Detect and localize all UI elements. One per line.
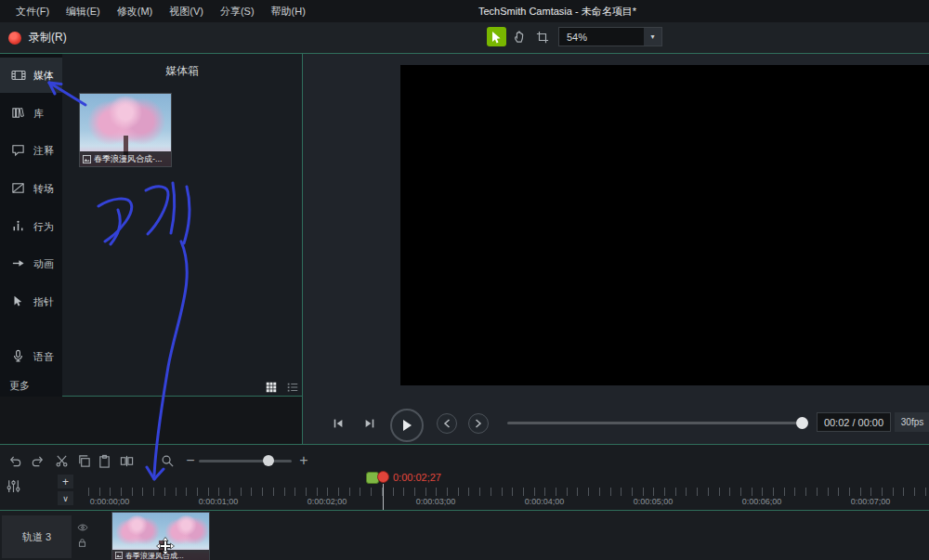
menu-edit[interactable]: 编辑(E) [58, 0, 109, 22]
jump-forward-button[interactable] [468, 413, 489, 434]
record-icon [8, 32, 21, 45]
record-button[interactable]: 录制(R) [8, 30, 67, 46]
ruler-label: 0:00:06;00 [720, 497, 804, 506]
sidebar-item-behaviors[interactable]: 行为 [0, 209, 62, 244]
track-options-icon[interactable] [6, 478, 22, 495]
timeline-clip[interactable]: 春季浪漫风合成... [111, 512, 210, 560]
media-item-name: 春季浪漫风合成-... [94, 153, 163, 165]
list-view-button[interactable] [284, 379, 301, 396]
preview-canvas[interactable] [400, 65, 929, 385]
jump-back-button[interactable] [437, 413, 457, 434]
track-row: 轨道 3 春季浪漫风合成... [0, 510, 929, 560]
track-header[interactable]: 轨道 3 [2, 515, 72, 558]
menu-view[interactable]: 视图(V) [161, 0, 212, 22]
crop-tool-button[interactable] [532, 27, 552, 46]
zoom-value: 54% [559, 32, 644, 43]
playhead-time: 0:00:02;27 [393, 472, 441, 483]
cursor-tool-button[interactable] [487, 27, 506, 46]
zoom-dropdown[interactable]: 54% ▾ [558, 27, 662, 46]
ruler-label: 0:00:02;00 [285, 497, 369, 506]
cut-button[interactable] [52, 451, 71, 470]
copy-button[interactable] [74, 451, 93, 470]
hand-icon [513, 30, 527, 44]
add-track-button[interactable]: + [58, 475, 73, 488]
window-title: TechSmith Camtasia - 未命名项目* [478, 0, 636, 22]
microphone-icon [11, 349, 26, 364]
play-button[interactable] [390, 409, 424, 442]
filmstrip-icon [11, 68, 26, 83]
menu-share[interactable]: 分享(S) [212, 0, 263, 22]
panel-footer-strip [0, 397, 302, 444]
menu-file[interactable]: 文件(F) [7, 0, 58, 22]
ruler-label: 0:00:03;00 [394, 497, 478, 506]
timeline-zoom-thumb[interactable] [263, 455, 274, 466]
zoom-in-button[interactable]: + [297, 451, 310, 470]
chevron-down-icon[interactable]: ▾ [644, 28, 661, 46]
sidebar-item-voice[interactable]: 语音 [0, 339, 62, 374]
track-label: 轨道 3 [22, 530, 51, 544]
media-item-label-bar: 春季浪漫风合成-... [80, 151, 171, 166]
redo-button[interactable] [28, 451, 46, 470]
menubar: 文件(F) 编辑(E) 修改(M) 视图(V) 分享(S) 帮助(H) Tech… [0, 0, 929, 22]
time-display: 00:02 / 00:00 [817, 412, 891, 432]
library-icon [11, 106, 26, 121]
pointer-icon [11, 294, 26, 309]
sidebar: 媒体 库 注释 转场 行为 [0, 54, 62, 397]
ruler-label: 0:00:01;00 [177, 497, 260, 506]
sidebar-item-label: 指针 [33, 295, 54, 309]
timeline-zoom-icon[interactable] [158, 451, 177, 470]
clip-name: 春季浪漫风合成... [125, 551, 184, 560]
ruler-label: 0:00:05;00 [611, 497, 695, 506]
sidebar-item-cursor-effects[interactable]: 指针 [0, 284, 62, 319]
playback-slider[interactable] [507, 422, 805, 424]
ruler-label: 0:00:04;00 [503, 497, 586, 506]
sidebar-item-label: 媒体 [33, 69, 54, 83]
sidebar-item-label: 动画 [33, 257, 54, 271]
sidebar-more[interactable]: 更多 [9, 379, 30, 393]
undo-button[interactable] [6, 451, 24, 470]
split-button[interactable] [117, 451, 136, 470]
timeline-panel: − + + ∨ 0:00:00;00 0:00:01;00 0:00:02;00… [0, 444, 929, 560]
timeline-zoom-slider[interactable] [199, 460, 292, 462]
lock-icon[interactable] [77, 538, 88, 549]
sidebar-item-label: 库 [33, 107, 44, 121]
ruler-label: 0:00:00;00 [68, 497, 151, 506]
timeline-ruler[interactable] [85, 488, 929, 496]
eye-icon[interactable] [77, 522, 88, 533]
grid-view-button[interactable] [263, 379, 280, 396]
camtasia-window: 文件(F) 编辑(E) 修改(M) 视图(V) 分享(S) 帮助(H) Tech… [0, 0, 929, 560]
menu-help[interactable]: 帮助(H) [263, 0, 314, 22]
clip-label-bar: 春季浪漫风合成... [112, 550, 209, 560]
step-forward-button[interactable] [360, 414, 379, 433]
speech-bubble-icon [11, 143, 26, 158]
sidebar-item-transitions[interactable]: 转场 [0, 171, 62, 206]
cursor-icon [491, 31, 503, 44]
sidebar-item-annotations[interactable]: 注释 [0, 133, 62, 168]
arrow-right-icon [11, 256, 26, 271]
sidebar-item-media[interactable]: 媒体 [0, 58, 62, 93]
image-type-icon [115, 552, 123, 559]
playhead-handle[interactable] [377, 471, 389, 483]
zoom-out-button[interactable]: − [184, 451, 197, 470]
playback-slider-thumb[interactable] [796, 417, 808, 429]
paste-button[interactable] [95, 451, 113, 470]
sidebar-item-label: 行为 [33, 220, 54, 234]
sidebar-item-animations[interactable]: 动画 [0, 246, 62, 281]
crop-icon [536, 31, 549, 44]
main-toolbar: 录制(R) 54% ▾ [0, 22, 929, 54]
image-type-icon [83, 155, 91, 163]
sidebar-item-library[interactable]: 库 [0, 96, 62, 131]
previous-frame-button[interactable] [329, 414, 347, 433]
transition-icon [11, 181, 26, 196]
sidebar-item-label: 转场 [33, 182, 54, 196]
pan-tool-button[interactable] [510, 27, 530, 46]
media-bin-panel: 媒体箱 春季浪漫风合成-... [62, 54, 302, 397]
sidebar-item-label: 语音 [33, 350, 54, 364]
record-label: 录制(R) [29, 30, 67, 46]
bars-icon [11, 219, 26, 234]
sidebar-item-label: 注释 [33, 144, 54, 158]
menu-modify[interactable]: 修改(M) [109, 0, 162, 22]
fps-display: 30fps [895, 412, 929, 432]
preview-panel: 00:02 / 00:00 30fps [302, 54, 929, 444]
media-item[interactable]: 春季浪漫风合成-... [79, 93, 172, 167]
